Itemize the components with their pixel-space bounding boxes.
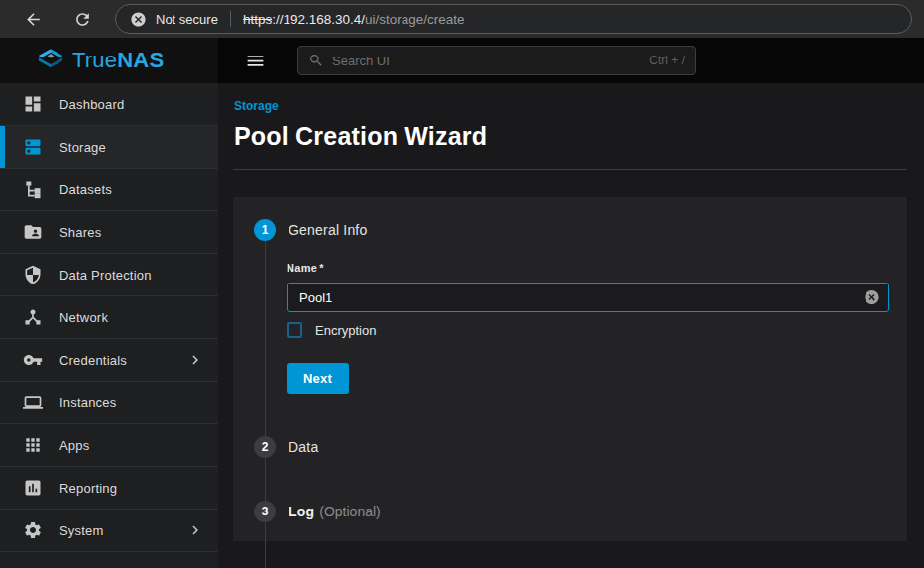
pool-name-input[interactable] bbox=[287, 283, 889, 312]
step-optional-suffix: (Optional) bbox=[319, 504, 380, 519]
step-number-badge: 3 bbox=[254, 501, 276, 522]
not-secure-icon bbox=[130, 11, 147, 28]
dashboard-icon bbox=[23, 94, 43, 114]
reload-icon[interactable] bbox=[63, 4, 101, 34]
required-asterisk: * bbox=[319, 262, 324, 274]
brand-nas: NAS bbox=[117, 48, 164, 72]
url-scheme: https bbox=[243, 12, 272, 27]
breadcrumb[interactable]: Storage bbox=[234, 99, 907, 113]
app-header: TrueNAS Ctrl + / bbox=[0, 38, 924, 83]
truenas-logo-icon bbox=[36, 48, 65, 74]
back-icon[interactable] bbox=[14, 4, 52, 34]
address-bar[interactable]: Not secure https://192.168.30.4/ui/stora… bbox=[115, 4, 912, 34]
page-title: Pool Creation Wizard bbox=[234, 121, 907, 151]
step-label: General Info bbox=[289, 222, 367, 238]
name-field-label: Name* bbox=[287, 262, 889, 274]
sidebar-item-label: Apps bbox=[59, 438, 89, 453]
sidebar-item-label: Data Protection bbox=[59, 268, 152, 283]
laptop-icon bbox=[23, 393, 43, 412]
dataset-tree-icon bbox=[23, 179, 43, 199]
sidebar-item-label: Reporting bbox=[59, 481, 117, 496]
sidebar-item-instances[interactable]: Instances bbox=[0, 382, 218, 424]
search-shortcut-hint: Ctrl + / bbox=[649, 54, 685, 67]
sidebar-item-label: Network bbox=[59, 310, 108, 325]
main-content: Storage Pool Creation Wizard 1 General I… bbox=[218, 83, 924, 568]
storage-disks-icon bbox=[23, 137, 43, 157]
brand-text: TrueNAS bbox=[72, 48, 164, 73]
browser-toolbar: Not secure https://192.168.30.4/ui/stora… bbox=[0, 0, 924, 38]
search-input[interactable] bbox=[332, 54, 649, 68]
security-badge[interactable]: Not secure bbox=[156, 12, 218, 27]
encryption-checkbox-row[interactable]: Encryption bbox=[287, 320, 889, 340]
clear-input-icon[interactable] bbox=[864, 289, 880, 306]
step-data-header[interactable]: 2 Data bbox=[254, 436, 889, 458]
sidebar-item-label: Shares bbox=[59, 225, 101, 240]
next-button[interactable]: Next bbox=[287, 363, 349, 394]
sidebar-item-data-protection[interactable]: Data Protection bbox=[0, 254, 218, 296]
step-label: Data bbox=[289, 439, 318, 455]
encryption-label: Encryption bbox=[315, 323, 376, 338]
sidebar-item-network[interactable]: Network bbox=[0, 296, 218, 339]
step-number-badge: 2 bbox=[254, 436, 276, 458]
sidebar-item-system[interactable]: System bbox=[0, 510, 218, 552]
encryption-checkbox[interactable] bbox=[287, 322, 302, 338]
shared-folder-icon bbox=[23, 222, 43, 242]
gear-icon bbox=[23, 520, 43, 540]
sidebar-item-label: Dashboard bbox=[59, 97, 124, 112]
search-icon bbox=[308, 53, 324, 68]
pool-wizard-card: 1 General Info Name* Encryption bbox=[233, 197, 907, 541]
truenas-brand[interactable]: TrueNAS bbox=[0, 38, 218, 83]
title-divider bbox=[233, 169, 907, 170]
network-hub-icon bbox=[23, 307, 43, 327]
sidebar-item-dashboard[interactable]: Dashboard bbox=[0, 83, 218, 126]
address-divider bbox=[230, 11, 231, 27]
chevron-right-icon bbox=[186, 351, 204, 369]
url-host: ://192.168.30.4/ bbox=[272, 12, 365, 27]
page-header: Storage Pool Creation Wizard bbox=[218, 83, 924, 151]
sidebar-item-label: System bbox=[59, 523, 104, 538]
menu-icon[interactable] bbox=[232, 38, 278, 83]
url-text: https://192.168.30.4/ui/storage/create bbox=[243, 12, 465, 27]
step-general-info-header[interactable]: 1 General Info bbox=[254, 219, 889, 241]
sidebar-item-credentials[interactable]: Credentials bbox=[0, 339, 218, 382]
name-label-text: Name bbox=[287, 262, 317, 274]
brand-true: True bbox=[72, 48, 117, 72]
sidebar-item-label: Datasets bbox=[59, 182, 112, 197]
sidebar-item-label: Instances bbox=[59, 396, 116, 410]
global-search[interactable]: Ctrl + / bbox=[297, 46, 696, 75]
sidebar-item-label: Storage bbox=[59, 140, 106, 155]
sidebar-item-apps[interactable]: Apps bbox=[0, 424, 218, 467]
step-number-badge: 1 bbox=[254, 219, 276, 241]
sidebar-nav: Dashboard Storage Datasets Shares Data P… bbox=[0, 83, 218, 568]
apps-grid-icon bbox=[23, 435, 43, 455]
sidebar-item-datasets[interactable]: Datasets bbox=[0, 169, 218, 211]
step-log-header[interactable]: 3 Log (Optional) bbox=[254, 501, 889, 522]
sidebar-item-label: Credentials bbox=[59, 353, 127, 368]
sidebar-item-shares[interactable]: Shares bbox=[0, 211, 218, 254]
url-path: ui/storage/create bbox=[365, 12, 465, 27]
step-label: Log bbox=[289, 504, 314, 519]
shield-icon bbox=[23, 265, 43, 284]
key-icon bbox=[23, 350, 43, 370]
chevron-right-icon bbox=[186, 521, 204, 539]
sidebar-item-storage[interactable]: Storage bbox=[0, 126, 218, 169]
sidebar-item-reporting[interactable]: Reporting bbox=[0, 467, 218, 510]
bar-chart-icon bbox=[23, 478, 43, 498]
